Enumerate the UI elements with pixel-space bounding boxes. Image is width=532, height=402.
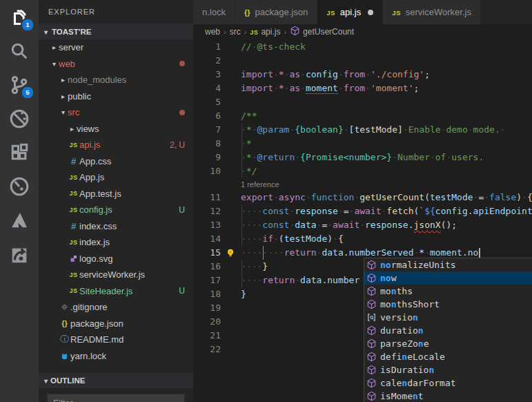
json-icon-box: {} [59,319,70,327]
line-number[interactable]: 14 [193,232,221,246]
line-number[interactable]: 4 [193,82,221,95]
tree-file--gitignore[interactable]: .gitignore [39,299,193,316]
line-number[interactable]: 21 [193,329,221,343]
suggestion-normalizeUnits[interactable]: normalizeUnits [364,258,532,271]
tab-api-js[interactable]: JSapi.js [317,0,383,24]
tree-file-config-js[interactable]: JSconfig.jsU [39,202,193,218]
tree-item-label: index.css [79,221,117,231]
tree-file-serviceworker-js[interactable]: JSserviceWorker.js [39,267,193,283]
tree-folder-src[interactable]: ▾src [39,104,193,121]
line-text: /** [241,109,257,123]
line-number[interactable]: 18 [193,287,221,301]
outline-section-header[interactable]: ▾ OUTLINE [39,373,193,388]
line-number[interactable]: 15 [193,246,221,260]
tree-file-siteheader-js[interactable]: JSSiteHeader.jsU [39,283,193,300]
project-name: TOAST'RE [52,28,91,36]
line-number[interactable]: 10 [193,164,221,178]
breadcrumb-label: getUserCount [303,27,354,37]
suggestion-label: defineLocale [380,352,445,362]
activity-item-review-extension[interactable] [0,238,39,272]
js-icon-box: JS [68,190,79,197]
line-number[interactable]: 11 [193,191,221,204]
activity-item-explorer[interactable]: 1 [0,1,39,35]
outline-filter-input[interactable] [47,394,185,402]
tree-file-app-test-js[interactable]: JSApp.test.js [39,186,193,202]
tree-file-app-js[interactable]: JSApp.js [39,169,193,186]
tree-folder-node-modules[interactable]: ▸node_modules [39,72,193,88]
tree-file-yarn-lock[interactable]: yarn.lock [39,348,193,365]
line-number[interactable]: 9 [193,151,221,164]
suggestion-isMoment[interactable]: isMoment [364,390,532,402]
line-number[interactable]: 6 [193,109,221,123]
line-text: import·*·as·config·from·'./config'; [241,68,430,82]
suggestion-isDuration[interactable]: isDuration [364,363,532,376]
line-number[interactable]: 17 [193,274,221,287]
tree-file-index-css[interactable]: #index.css [39,218,193,235]
line-number[interactable]: 7 [193,123,221,137]
cube-icon-box [366,325,377,336]
line-text: ····const·data·=·await·response.jsonX(); [241,218,457,232]
tree-file-readme-md[interactable]: ⓘREADME.md [39,332,193,348]
suggestion-label: monthsShort [380,299,440,309]
line-number[interactable]: 12 [193,204,221,218]
problem-dot-badge [179,61,185,66]
tab-n-lock[interactable]: n.lock [193,0,235,24]
suggestion-calendarFormat[interactable]: calendarFormat [364,376,532,390]
suggestion-version[interactable]: version [364,311,532,324]
suggestion-defineLocale[interactable]: defineLocale [364,350,532,363]
tree-item-label: views [77,124,99,134]
line-number[interactable]: 19 [193,301,221,315]
line-number[interactable]: 5 [193,95,221,109]
line-number[interactable]: 20 [193,315,221,329]
tree-file-api-js[interactable]: JSapi.js2, U [39,137,193,153]
activity-item-debug[interactable] [0,103,39,137]
activity-item-search[interactable] [0,35,39,69]
module-cube-icon [366,338,377,349]
git-status-badge: U [179,286,193,296]
tree-folder-server[interactable]: ▸server [39,39,193,56]
field-icon [366,312,377,323]
activity-item-azure-extension[interactable] [0,204,39,238]
lightbulb-icon[interactable] [226,248,235,258]
line-number[interactable]: 3 [193,68,221,82]
line-number[interactable]: 22 [193,343,221,356]
breadcrumb-item-getusercount[interactable]: getUserCount [290,26,354,38]
line-number[interactable]: 8 [193,137,221,151]
line-number[interactable]: 16 [193,260,221,274]
tree-file-index-js[interactable]: JSindex.js [39,234,193,251]
tree-file-package-json[interactable]: {}package.json [39,316,193,332]
activity-item-gauge-extension[interactable] [0,171,39,204]
chevron-down-icon: ▾ [41,377,50,385]
codelens-references[interactable]: 1 reference [193,178,532,191]
suggestion-now[interactable]: now [364,271,532,285]
line-text: ····} [241,260,268,274]
line-text: import·*·as·moment·from·'moment'; [241,82,419,95]
tree-folder-web[interactable]: ▾web [39,56,193,73]
breadcrumb-label: src [230,27,241,37]
tab-serviceworker-js[interactable]: JSserviceWorker.js [383,0,481,24]
activity-item-source-control[interactable]: 5 [0,69,39,103]
suggestion-months[interactable]: months [364,285,532,298]
suggestion-monthsShort[interactable]: monthsShort [364,298,532,311]
cube-icon-box [366,365,377,375]
outline-label: OUTLINE [50,376,85,385]
suggestion-duration[interactable]: duration [364,324,532,337]
line-number[interactable]: 1 [193,40,221,54]
tree-file-logo-svg[interactable]: logo.svg [39,251,193,267]
project-section-header[interactable]: ▾ TOAST'RE [39,24,193,39]
tab-package-json[interactable]: {}package.json [235,0,317,24]
activity-item-extensions[interactable] [0,137,39,171]
tree-file-app-css[interactable]: #App.css [39,153,193,170]
cube-icon-box [366,352,377,362]
breadcrumb-item-src[interactable]: src [230,27,241,37]
sidebar-title: EXPLORER [39,0,193,24]
line-number[interactable]: 2 [193,54,221,68]
outline-filter [47,394,185,402]
suggestion-parseZone[interactable]: parseZone [364,337,532,350]
breadcrumb-item-api-js[interactable]: JSapi.js [250,27,280,37]
breadcrumb-item-web[interactable]: web [205,27,220,37]
tree-folder-public[interactable]: ▸public [39,88,193,105]
tree-folder-views[interactable]: ▸views [39,121,193,137]
line-number[interactable]: 13 [193,218,221,232]
code-editor[interactable]: 1//·@ts-check23import·*·as·config·from·'… [193,39,532,402]
